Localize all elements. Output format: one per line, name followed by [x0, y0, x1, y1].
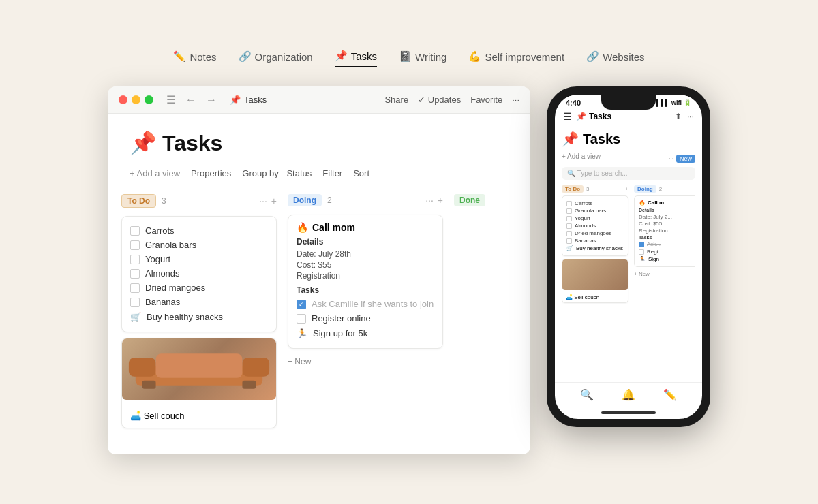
item-yogurt: Yogurt	[130, 252, 268, 266]
phone-more-icon[interactable]: ···	[687, 112, 694, 121]
phone-tasks-label: Tasks	[639, 235, 695, 240]
svg-rect-3	[156, 353, 243, 378]
phone-fire-emoji: 🔥	[639, 200, 646, 206]
nav-item-organization-label: Organization	[255, 51, 313, 63]
phone-more-dots[interactable]: ···	[669, 155, 673, 161]
phone-cb-ask[interactable]	[639, 242, 644, 247]
phone-title-text: Tasks	[583, 131, 620, 147]
checkbox-carrots[interactable]	[130, 226, 140, 236]
nav-item-notes[interactable]: ✏️ Notes	[173, 50, 216, 67]
maximize-button[interactable]	[145, 95, 153, 104]
todo-label: To Do	[121, 194, 156, 208]
favorite-button[interactable]: Favorite	[470, 95, 502, 105]
page-title-icon: 📌	[130, 130, 157, 156]
checkbox-yogurt[interactable]	[130, 255, 140, 264]
task-ask-camille: ✓ Ask Camille if she wants to join	[297, 297, 434, 311]
more-button[interactable]: ···	[512, 95, 519, 105]
window-controls	[119, 95, 153, 104]
websites-emoji: 🔗	[586, 50, 599, 63]
phone-todo-actions[interactable]: ··· +	[619, 186, 628, 192]
svg-rect-2	[242, 358, 269, 377]
back-button[interactable]: ☰	[164, 93, 178, 106]
properties-button[interactable]: Properties	[191, 168, 231, 178]
phone-cb-granola[interactable]	[566, 208, 572, 214]
svg-rect-1	[129, 358, 156, 377]
close-button[interactable]	[119, 95, 127, 104]
phone-search-bottom-icon[interactable]: 🔍	[580, 388, 594, 401]
phone-todo-header: To Do 3 ··· +	[562, 185, 628, 193]
sort-button[interactable]: Sort	[353, 168, 369, 178]
checkbox-register-online[interactable]	[297, 314, 306, 324]
phone-detail-date: Date: July 2...	[639, 213, 695, 220]
phone-runner-emoji: 🏃	[639, 256, 646, 262]
details-label: Details	[297, 237, 434, 247]
phone-cb-yogurt[interactable]	[566, 216, 572, 221]
battery-icon: 🔋	[684, 99, 691, 106]
nav-back-icon[interactable]: ←	[183, 94, 198, 106]
phone-new-btn[interactable]: + New	[634, 270, 695, 279]
phone-titlebar-actions: ⬆ ···	[675, 112, 694, 121]
group-by-button[interactable]: Group by Status	[242, 168, 312, 178]
phone-cb-register[interactable]	[639, 249, 644, 255]
phone-search-bar[interactable]: 🔍 Type to search...	[562, 167, 695, 180]
nav-item-organization[interactable]: 🔗 Organization	[239, 50, 313, 67]
checkbox-ask-camille[interactable]: ✓	[297, 300, 306, 309]
detail-date: Date: July 28th	[297, 249, 434, 259]
todo-count: 3	[162, 196, 166, 206]
phone-sell-text: 🛋️ Sell couch	[566, 294, 599, 300]
nav-forward-icon[interactable]: →	[204, 94, 219, 106]
nav-item-tasks[interactable]: 📌 Tasks	[335, 50, 377, 67]
phone-detail-cost: Cost: $55	[639, 220, 695, 227]
todo-add-icon[interactable]: +	[271, 195, 277, 206]
call-mom-body: Details Date: July 28th Cost: $55 Regist…	[288, 237, 442, 348]
phone-cb-almonds[interactable]	[566, 223, 572, 229]
phone-share-icon[interactable]: ⬆	[675, 112, 682, 121]
status-icons: ▌▌▌ wifi 🔋	[656, 99, 691, 106]
phone-doing-card-title: 🔥 Call m	[639, 200, 695, 206]
nav-item-tasks-label: Tasks	[351, 50, 377, 62]
phone-cb-bananas[interactable]	[566, 238, 572, 244]
new-button-doing[interactable]: + New	[288, 354, 443, 369]
doing-add-icon[interactable]: +	[438, 195, 443, 206]
updates-button[interactable]: ✓ Updates	[418, 95, 461, 105]
phone-item-granola: Granola bars	[566, 207, 624, 215]
checkbox-dried-mangoes[interactable]	[130, 283, 140, 293]
phone-doing-count: 2	[659, 186, 662, 192]
checkbox-granola[interactable]	[130, 240, 140, 250]
breadcrumb-label: Tasks	[244, 95, 267, 105]
doing-column: Doing 2 ··· + 🔥 Call mom	[288, 194, 443, 443]
doing-more-icon[interactable]: ···	[425, 195, 434, 206]
wifi-icon: wifi	[671, 99, 682, 106]
share-button[interactable]: Share	[384, 95, 408, 105]
item-almonds: Almonds	[130, 266, 268, 281]
phone-cb-mangoes[interactable]	[566, 231, 572, 236]
board-area: To Do 3 ··· + Carrots	[108, 183, 530, 454]
phone-title-icon: 📌	[562, 131, 579, 147]
phone-main-title: 📌 Tasks	[562, 131, 695, 147]
add-view-button[interactable]: + Add a view	[130, 168, 180, 178]
phone-new-badge[interactable]: New	[676, 155, 695, 163]
phone-notification-icon[interactable]: 🔔	[622, 388, 635, 401]
nav-item-self-improvement[interactable]: 💪 Self improvement	[468, 50, 564, 67]
checkbox-almonds[interactable]	[130, 269, 140, 279]
nav-item-websites[interactable]: 🔗 Websites	[586, 50, 644, 67]
phone-item-yogurt: Yogurt	[566, 215, 624, 222]
phone-add-view[interactable]: + Add a view	[562, 153, 601, 160]
phone-cb-carrots[interactable]	[566, 201, 572, 206]
phone-menu-icon[interactable]: ☰	[563, 111, 572, 122]
phone-edit-icon[interactable]: ✏️	[663, 388, 677, 401]
phone-sofa-image	[562, 259, 628, 290]
phone-item-mangoes: Dried mangoes	[566, 230, 624, 237]
phone-detail-reg: Registration	[639, 227, 695, 234]
filter-button[interactable]: Filter	[322, 168, 342, 178]
minimize-button[interactable]	[132, 95, 140, 104]
phone-content: 📌 Tasks + Add a view ··· New 🔍 Type to s…	[555, 125, 702, 382]
page-title: 📌 Tasks	[130, 130, 509, 156]
sign-up-item: 🏃 Sign up for 5k	[297, 326, 434, 341]
item-dried-mangoes: Dried mangoes	[130, 281, 268, 295]
checkbox-bananas[interactable]	[130, 298, 140, 307]
todo-more-icon[interactable]: ···	[259, 195, 267, 206]
phone-board: To Do 3 ··· + Carrots Granola bars Yogur…	[562, 185, 695, 306]
nav-item-writing[interactable]: 📓 Writing	[399, 50, 446, 67]
phone-doing-label: Doing	[634, 185, 656, 193]
